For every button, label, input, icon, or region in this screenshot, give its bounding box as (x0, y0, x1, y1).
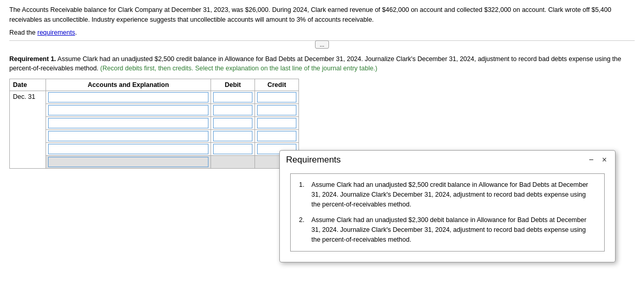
account-input-1[interactable] (48, 92, 208, 102)
read-label: Read the (9, 29, 37, 36)
read-requirements-line: Read the requirements. (9, 29, 635, 36)
requirements-link[interactable]: requirements (37, 29, 75, 36)
account-cell-1 (46, 91, 211, 104)
requirement-instruction: (Record debits first, then credits. Sele… (100, 65, 378, 72)
requirement-label: Requirement 1. (9, 55, 56, 63)
modal-controls: − × (587, 155, 609, 165)
account-input-6[interactable] (48, 157, 208, 167)
modal-body: 1. Assume Clark had an unadjusted $2,500… (280, 167, 615, 262)
debit-cell-3 (211, 117, 255, 130)
intro-text: The Accounts Receivable balance for Clar… (9, 5, 635, 25)
requirement-text: Requirement 1. Assume Clark had an unadj… (9, 54, 635, 74)
account-cell-5 (46, 143, 211, 156)
credit-input-1[interactable] (257, 92, 296, 102)
col-header-date: Date (10, 79, 46, 91)
credit-cell-2 (255, 104, 299, 117)
account-cell-4 (46, 130, 211, 143)
journal-table: Date Accounts and Explanation Debit Cred… (9, 79, 299, 169)
account-cell-6 (46, 156, 211, 169)
col-header-debit: Debit (211, 79, 255, 91)
debit-input-5[interactable] (213, 144, 252, 154)
modal-minimize-button[interactable]: − (587, 155, 595, 165)
account-cell-3 (46, 117, 211, 130)
modal-title: Requirements (286, 155, 341, 165)
divider: ... (9, 40, 635, 49)
modal-item-1: 1. Assume Clark had an unadjusted $2,500… (299, 180, 596, 209)
read-period: . (75, 29, 77, 36)
debit-input-3[interactable] (213, 118, 252, 128)
modal-close-button[interactable]: × (600, 155, 609, 165)
debit-cell-4 (211, 130, 255, 143)
table-row: Dec. 31 (10, 91, 299, 104)
modal-item-2: 2. Assume Clark had an unadjusted $2,300… (299, 215, 596, 244)
account-cell-2 (46, 104, 211, 117)
modal-header: Requirements − × (280, 151, 615, 167)
debit-cell-6 (211, 156, 255, 169)
table-row (10, 156, 299, 169)
debit-cell-1 (211, 91, 255, 104)
date-cell: Dec. 31 (10, 91, 46, 169)
credit-input-4[interactable] (257, 131, 296, 141)
account-input-3[interactable] (48, 118, 208, 128)
credit-input-3[interactable] (257, 118, 296, 128)
debit-input-4[interactable] (213, 131, 252, 141)
requirements-modal: Requirements − × 1. Assume Clark had an … (279, 150, 616, 262)
modal-item-1-text: Assume Clark had an unadjusted $2,500 cr… (311, 180, 596, 209)
collapse-button[interactable]: ... (315, 40, 329, 49)
credit-input-2[interactable] (257, 105, 296, 115)
table-row (10, 117, 299, 130)
modal-item-1-num: 1. (299, 180, 311, 209)
debit-input-1[interactable] (213, 92, 252, 102)
account-input-4[interactable] (48, 131, 208, 141)
modal-inner-box: 1. Assume Clark had an unadjusted $2,500… (290, 173, 605, 252)
col-header-credit: Credit (255, 79, 299, 91)
table-row (10, 143, 299, 156)
table-row (10, 104, 299, 117)
col-header-account: Accounts and Explanation (46, 79, 211, 91)
modal-item-2-text: Assume Clark had an unadjusted $2,300 de… (311, 215, 596, 244)
credit-cell-3 (255, 117, 299, 130)
credit-cell-1 (255, 91, 299, 104)
debit-cell-2 (211, 104, 255, 117)
debit-cell-5 (211, 143, 255, 156)
modal-item-2-num: 2. (299, 215, 311, 244)
account-input-2[interactable] (48, 105, 208, 115)
table-row (10, 130, 299, 143)
credit-cell-4 (255, 130, 299, 143)
debit-input-2[interactable] (213, 105, 252, 115)
account-input-5[interactable] (48, 144, 208, 154)
